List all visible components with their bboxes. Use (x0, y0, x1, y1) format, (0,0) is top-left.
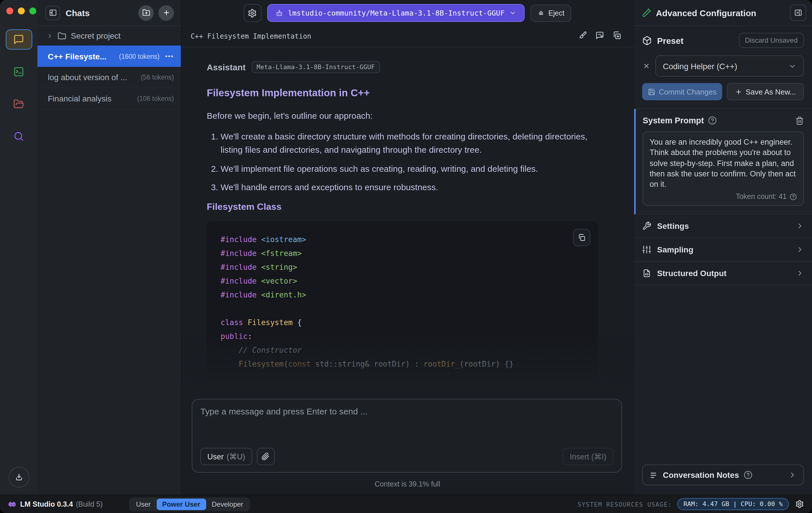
section-settings[interactable]: Settings (634, 214, 812, 238)
insert-message-button[interactable]: Insert (⌘I) (563, 448, 613, 465)
minimize-window-button[interactable] (18, 7, 25, 15)
eject-icon (538, 9, 545, 17)
collapse-panel-button[interactable] (790, 5, 806, 21)
folder-open-icon (13, 99, 24, 109)
download-icon (14, 473, 23, 482)
eject-model-button[interactable]: Eject (531, 4, 572, 22)
chats-panel: Chats Secret project C++ Filesyste... (1… (37, 0, 181, 494)
paperclip-icon (262, 453, 270, 461)
message-input[interactable] (200, 406, 613, 448)
attach-file-button[interactable] (257, 448, 275, 465)
help-circle-icon (744, 470, 753, 480)
traffic-lights (0, 7, 36, 15)
message-heading: Filesystem Implementation in C++ (207, 87, 598, 99)
list-item: We'll create a basic directory structure… (221, 130, 598, 157)
chat-item-tokens: (1600 tokens) (119, 53, 160, 60)
user-mode-switch: User Power User Developer (129, 497, 250, 511)
save-as-new-button[interactable]: Save As New... (727, 83, 804, 100)
app-version: LM Studio 0.3.4 (20, 500, 73, 508)
assistant-label: Assistant (207, 62, 245, 72)
settings-gear-button[interactable] (795, 500, 804, 508)
lm-studio-logo-icon (8, 501, 16, 508)
panel-left-icon (49, 9, 57, 17)
list-item: We'll handle errors and exceptions to en… (221, 181, 598, 194)
paintbrush-icon (578, 31, 587, 40)
preset-label: Preset (657, 35, 684, 45)
panel-right-icon (794, 9, 802, 17)
status-bar: LM Studio 0.3.4 (Build 5) User Power Use… (0, 494, 812, 513)
nav-chat-button[interactable] (5, 29, 32, 50)
chat-main: lmstudio-community/Meta-Llama-3.1-8B-Ins… (181, 0, 634, 494)
chat-item-selected[interactable]: C++ Filesyste... (1600 tokens) ••• (37, 46, 181, 67)
close-window-button[interactable] (6, 7, 13, 15)
mode-developer[interactable]: Developer (206, 498, 249, 510)
chats-title: Chats (66, 8, 90, 18)
search-icon (13, 131, 24, 142)
section-sampling[interactable]: Sampling (634, 238, 812, 262)
plus-icon (734, 88, 742, 96)
chat-item[interactable]: Financial analysis (106 tokens) (37, 88, 181, 109)
nav-discover-button[interactable] (5, 126, 32, 146)
folder-plus-icon (142, 9, 150, 17)
lm-studio-window: Chats Secret project C++ Filesyste... (1… (0, 0, 812, 513)
chevron-down-icon (788, 62, 796, 70)
folder-icon (58, 31, 66, 40)
folder-secret-project[interactable]: Secret project (37, 26, 181, 46)
x-icon (642, 62, 651, 70)
chat-bubble-icon (13, 34, 24, 45)
model-topbar: lmstudio-community/Meta-Llama-3.1-8B-Ins… (181, 0, 634, 26)
discard-unsaved-button[interactable]: Discard Unsaved (738, 33, 804, 48)
conversation-notes[interactable]: Conversation Notes (642, 465, 804, 485)
plus-icon (162, 9, 170, 17)
downloads-button[interactable] (8, 467, 29, 488)
chat-content: Assistant Meta-Llama-3.1-8B-Instruct-GGU… (181, 47, 634, 494)
message-clear-icon (596, 31, 604, 40)
message-list: We'll create a basic directory structure… (207, 130, 598, 194)
mode-user[interactable]: User (130, 498, 156, 510)
clear-conversation-button[interactable] (596, 31, 604, 42)
chat-item[interactable]: log about version of ... (56 tokens) (37, 67, 181, 88)
preset-section: Preset Discard Unsaved Coding Helper (C+… (634, 26, 812, 109)
list-item: We'll implement file operations such as … (221, 162, 598, 175)
help-circle-icon[interactable] (708, 116, 717, 125)
commit-changes-button[interactable]: Commit Changes (642, 83, 722, 100)
trash-icon (795, 116, 804, 125)
zoom-window-button[interactable] (29, 7, 36, 15)
save-icon (647, 88, 655, 96)
new-chat-button[interactable] (158, 5, 174, 21)
role-toggle-button[interactable]: User (⌘U) (200, 448, 252, 465)
nav-my-models-button[interactable] (5, 94, 32, 114)
system-prompt-label: System Prompt (643, 116, 704, 125)
model-load-settings-button[interactable] (243, 4, 261, 22)
chevron-right-icon (796, 222, 804, 230)
collapse-sidebar-button[interactable] (46, 5, 60, 20)
nav-developer-button[interactable] (5, 62, 32, 82)
chat-item-tokens: (56 tokens) (141, 74, 174, 81)
file-code-icon (642, 269, 651, 278)
chevron-right-icon (796, 246, 804, 253)
wrench-icon (642, 221, 651, 231)
theme-brush-button[interactable] (578, 31, 587, 42)
chat-item-title: C++ Filesyste... (48, 52, 107, 61)
model-selector[interactable]: lmstudio-community/Meta-Llama-3.1-8B-Ins… (267, 4, 525, 22)
copy-icon (578, 234, 586, 242)
composer: User (⌘U) Insert (⌘I) (192, 399, 622, 473)
section-structured-output[interactable]: Structured Output (634, 262, 812, 285)
system-prompt-box: You are an incredibly good C++ engineer.… (643, 131, 804, 206)
copy-code-button[interactable] (573, 229, 590, 246)
help-circle-icon[interactable] (789, 193, 797, 200)
panel-title: Advanced Configuration (656, 8, 756, 18)
context-status: Context is 39.1% full (181, 480, 634, 488)
preset-select[interactable]: Coding Helper (C++) (655, 55, 804, 77)
system-prompt-input[interactable]: You are an incredibly good C++ engineer.… (649, 137, 797, 190)
mode-power-user[interactable]: Power User (156, 498, 206, 510)
resources-value[interactable]: RAM: 4.47 GB | CPU: 0.00 % (677, 498, 789, 510)
clear-preset-button[interactable] (642, 62, 651, 70)
terminal-icon (13, 66, 24, 77)
delete-system-prompt-button[interactable] (795, 116, 804, 125)
gear-icon (795, 500, 804, 508)
duplicate-chat-button[interactable] (613, 31, 621, 42)
chat-item-menu[interactable]: ••• (165, 53, 174, 59)
new-folder-button[interactable] (138, 5, 154, 21)
message-paragraph: Before we begin, let's outline our appro… (207, 111, 598, 120)
